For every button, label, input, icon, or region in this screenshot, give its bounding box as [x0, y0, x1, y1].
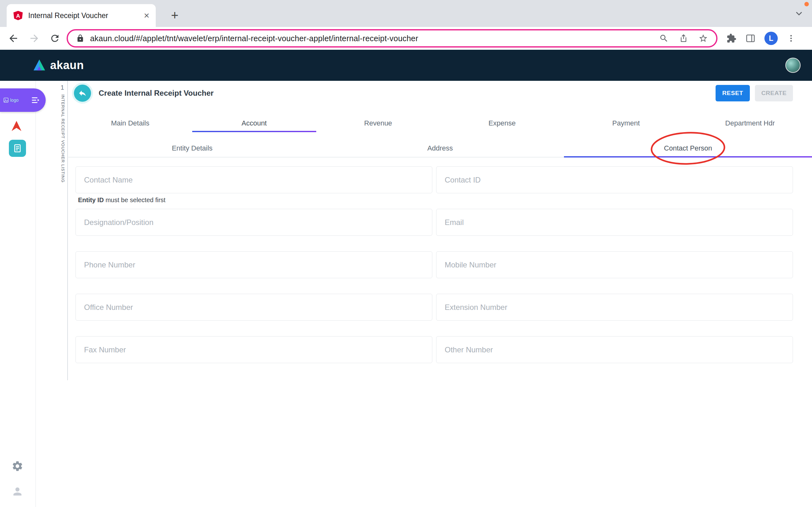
- contact-name-input[interactable]: [75, 166, 432, 193]
- akaun-logo-icon: [32, 59, 46, 72]
- forward-icon[interactable]: [29, 33, 40, 44]
- browser-profile-avatar[interactable]: L: [764, 32, 778, 45]
- email-input[interactable]: [436, 209, 793, 236]
- sub-tab-bar: Entity Details Address Contact Person: [68, 140, 812, 158]
- search-icon[interactable]: [659, 34, 669, 43]
- subtab-contact-person[interactable]: Contact Person: [564, 140, 812, 157]
- create-button[interactable]: CREATE: [755, 85, 793, 101]
- field-office-number: [75, 294, 432, 321]
- reply-arrow-icon: [78, 89, 87, 98]
- tab-close-icon[interactable]: ×: [144, 11, 149, 20]
- share-icon[interactable]: [679, 34, 688, 43]
- field-contact-id: [436, 166, 793, 193]
- profile-person-icon[interactable]: [11, 486, 23, 498]
- extension-number-input[interactable]: [436, 294, 793, 321]
- browser-url-row: akaun.cloud/#/applet/tnt/wavelet/erp/int…: [0, 27, 812, 50]
- url-bar[interactable]: akaun.cloud/#/applet/tnt/wavelet/erp/int…: [67, 29, 717, 48]
- browser-tab[interactable]: A Internal Receipt Voucher ×: [7, 4, 156, 27]
- lock-icon: [76, 34, 84, 43]
- logo-alt-text: logo: [10, 98, 18, 103]
- voucher-applet-icon[interactable]: [9, 140, 26, 157]
- field-designation: [75, 209, 432, 236]
- page-header: Create Internal Receipt Voucher RESET CR…: [68, 81, 812, 103]
- bookmark-star-icon[interactable]: [699, 34, 708, 43]
- main-tab-bar: Main Details Account Revenue Expense Pay…: [68, 114, 812, 132]
- drawer-toggle[interactable]: logo: [0, 89, 46, 112]
- tab-title: Internal Receipt Voucher: [28, 11, 139, 20]
- listing-tab-index: 1: [61, 84, 65, 91]
- field-phone-number: [75, 251, 432, 278]
- field-fax-number: [75, 336, 432, 363]
- kebab-menu-icon[interactable]: [786, 34, 796, 43]
- listing-tab-label[interactable]: INTERNAL RECEIPT VOUCHER LISTING: [61, 95, 65, 182]
- menu-open-icon[interactable]: [31, 95, 41, 105]
- red-applet-icon[interactable]: [9, 119, 23, 133]
- mobile-number-input[interactable]: [436, 251, 793, 278]
- designation-input[interactable]: [75, 209, 432, 236]
- tab-account[interactable]: Account: [192, 114, 316, 132]
- settings-gear-icon[interactable]: [11, 460, 23, 472]
- field-extension-number: [436, 294, 793, 321]
- field-contact-name: Entity ID must be selected first: [75, 166, 432, 193]
- browser-tab-strip: A Internal Receipt Voucher × +: [0, 0, 812, 27]
- page-title: Create Internal Receipt Voucher: [99, 89, 213, 98]
- app-sidebar: logo: [0, 81, 36, 507]
- field-mobile-number: [436, 251, 793, 278]
- reset-button[interactable]: RESET: [716, 85, 750, 101]
- user-avatar[interactable]: [785, 58, 801, 73]
- akaun-logo: akaun: [32, 59, 84, 72]
- chevron-down-icon[interactable]: [794, 9, 804, 18]
- notification-dot: [804, 2, 809, 6]
- reload-icon[interactable]: [49, 33, 60, 44]
- angular-favicon-icon: A: [13, 10, 23, 20]
- extensions-icon[interactable]: [726, 33, 737, 43]
- subtab-address[interactable]: Address: [316, 140, 564, 157]
- side-panel-icon[interactable]: [745, 33, 756, 43]
- app-header: akaun: [0, 50, 812, 81]
- back-icon[interactable]: [8, 33, 19, 44]
- field-other-number: [436, 336, 793, 363]
- tab-payment[interactable]: Payment: [564, 114, 688, 132]
- field-email: [436, 209, 793, 236]
- tab-revenue[interactable]: Revenue: [316, 114, 440, 132]
- back-button[interactable]: [74, 84, 91, 102]
- phone-number-input[interactable]: [75, 251, 432, 278]
- contact-person-form: Entity ID must be selected first: [75, 166, 793, 363]
- main-content: Create Internal Receipt Voucher RESET CR…: [68, 81, 812, 507]
- brand-text: akaun: [50, 59, 84, 72]
- url-text[interactable]: akaun.cloud/#/applet/tnt/wavelet/erp/int…: [90, 34, 653, 43]
- new-tab-button[interactable]: +: [166, 7, 183, 23]
- svg-text:A: A: [16, 13, 20, 19]
- listing-vertical-tab[interactable]: 1 INTERNAL RECEIPT VOUCHER LISTING: [36, 81, 68, 380]
- fax-number-input[interactable]: [75, 336, 432, 363]
- office-number-input[interactable]: [75, 294, 432, 321]
- broken-image-icon: logo: [3, 97, 18, 103]
- subtab-entity-details[interactable]: Entity Details: [68, 140, 316, 157]
- tab-main-details[interactable]: Main Details: [68, 114, 192, 132]
- entity-id-helper-text: Entity ID must be selected first: [78, 196, 165, 204]
- contact-id-input[interactable]: [436, 166, 793, 193]
- tab-expense[interactable]: Expense: [440, 114, 564, 132]
- tab-department-hdr[interactable]: Department Hdr: [688, 114, 812, 132]
- other-number-input[interactable]: [436, 336, 793, 363]
